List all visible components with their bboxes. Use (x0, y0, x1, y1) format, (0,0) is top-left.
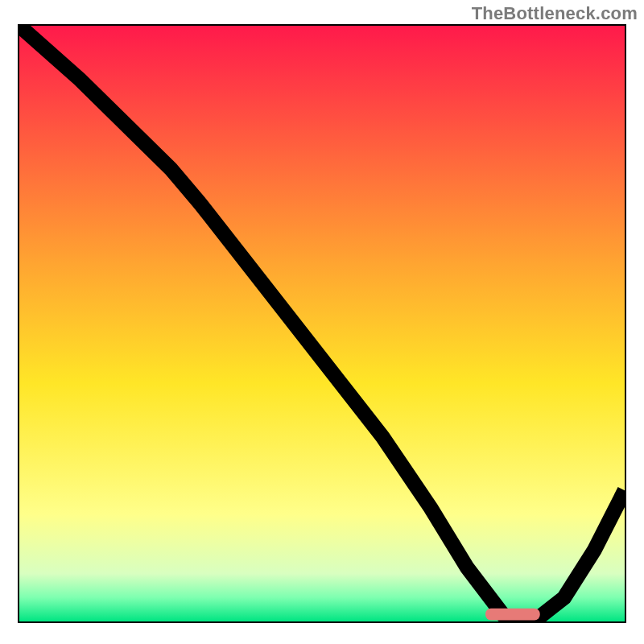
optimal-range-marker (485, 609, 540, 621)
chart-svg (19, 26, 625, 621)
watermark-text: TheBottleneck.com (472, 3, 638, 24)
chart-plot-area (18, 24, 626, 623)
